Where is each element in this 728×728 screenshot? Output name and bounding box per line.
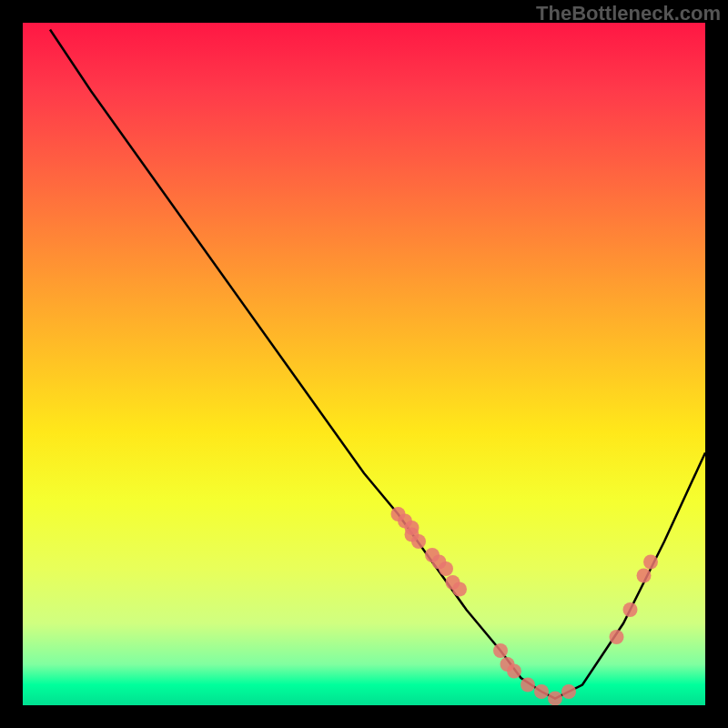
data-point — [439, 561, 453, 576]
data-point — [643, 555, 658, 570]
chart-plot-area — [23, 23, 705, 705]
data-point — [493, 643, 508, 658]
data-point — [411, 534, 426, 549]
data-point — [534, 684, 549, 699]
data-point — [561, 684, 576, 699]
chart-svg — [23, 23, 705, 705]
watermark-text: TheBottleneck.com — [536, 2, 721, 25]
data-point — [507, 664, 521, 679]
data-point — [610, 630, 624, 644]
scatter-points — [391, 507, 659, 705]
data-point — [452, 582, 467, 597]
curve-line — [50, 30, 705, 699]
data-point — [637, 569, 652, 583]
data-point — [521, 678, 535, 693]
data-point — [548, 692, 562, 706]
data-point — [623, 602, 638, 617]
